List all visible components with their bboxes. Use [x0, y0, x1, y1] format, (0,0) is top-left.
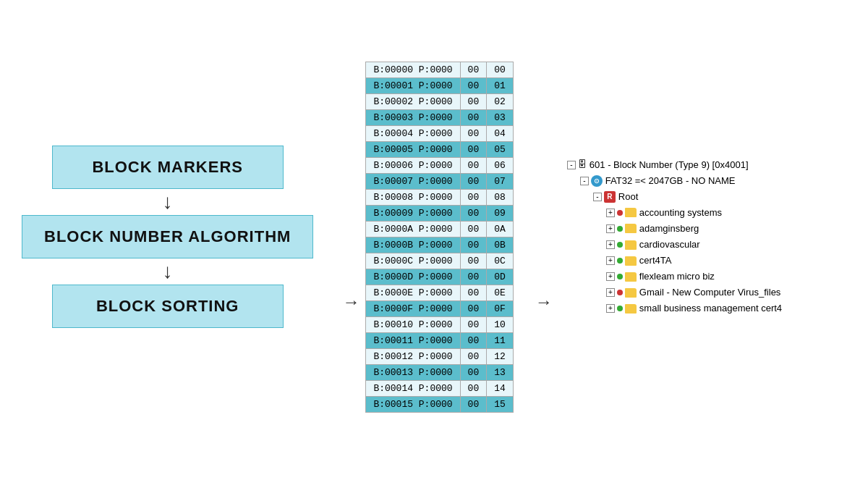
tree-folder-item: +cert4TA [606, 253, 782, 269]
cell-v2: 0B [487, 237, 514, 253]
folder-label: flexleam micro biz [639, 269, 715, 285]
folder-label: cert4TA [639, 253, 672, 269]
folder-label: small business management cert4 [639, 300, 782, 316]
cell-addr: B:00003 P:0000 [366, 109, 460, 125]
tree-folder-item: +flexleam micro biz [606, 269, 782, 285]
cell-v2: 12 [487, 348, 514, 364]
cell-v1: 00 [460, 62, 487, 77]
cell-v2: 0F [487, 300, 514, 316]
cell-addr: B:00008 P:0000 [366, 189, 460, 205]
dot-green [617, 274, 623, 279]
cell-addr: B:0000C P:0000 [366, 253, 460, 269]
tree-expander-disk[interactable]: - [580, 177, 589, 185]
cell-v2: 03 [487, 109, 514, 125]
table-row: B:00013 P:00000013 [366, 364, 513, 380]
cell-addr: B:00007 P:0000 [366, 173, 460, 189]
cell-v2: 09 [487, 205, 514, 221]
folder-icon [625, 224, 637, 233]
cell-v1: 00 [460, 141, 487, 157]
tree-disk-label: FAT32 =< 2047GB - NO NAME [605, 173, 736, 189]
cell-addr: B:00005 P:0000 [366, 141, 460, 157]
tree-folder-item: +small business management cert4 [606, 300, 782, 316]
tree-section: - 🗄 601 - Block Number (Type 9) [0x4001]… [567, 157, 782, 317]
cell-v2: 15 [487, 396, 514, 412]
cell-v1: 00 [460, 380, 487, 396]
table-row: B:00001 P:00000001 [366, 77, 513, 93]
folder-icon [625, 240, 637, 250]
tree-expander-top[interactable]: - [567, 161, 576, 169]
dot-red [617, 210, 623, 216]
table-row: B:00010 P:00000010 [366, 316, 513, 332]
tree-title: 601 - Block Number (Type 9) [0x4001] [590, 157, 749, 173]
cell-v2: 02 [487, 93, 514, 109]
flow-box-3: BLOCK SORTING [52, 285, 284, 328]
cell-addr: B:00011 P:0000 [366, 332, 460, 348]
flow-arrow-2: ↓ [163, 261, 173, 282]
cell-v2: 0D [487, 269, 514, 285]
cell-v1: 00 [460, 300, 487, 316]
block-table-section: B:00000 P:00000000B:00001 P:00000001B:00… [365, 62, 513, 413]
folder-icon [625, 272, 637, 282]
cell-addr: B:0000D P:0000 [366, 269, 460, 285]
cell-v1: 00 [460, 332, 487, 348]
dot-green [617, 306, 623, 311]
cell-addr: B:00001 P:0000 [366, 77, 460, 93]
flow-box-2: BLOCK NUMBER ALGORITHM [22, 215, 313, 258]
cell-v1: 00 [460, 348, 487, 364]
tree-expander-folder[interactable]: + [606, 256, 615, 265]
folder-label: adamginsberg [639, 221, 699, 237]
cell-addr: B:0000B P:0000 [366, 237, 460, 253]
folder-label: Gmail - New Computer Virus_files [639, 285, 781, 300]
folder-label: cardiovascular [639, 237, 700, 253]
cell-v1: 00 [460, 253, 487, 269]
cell-v1: 00 [460, 157, 487, 173]
tree-folder-item: +Gmail - New Computer Virus_files [606, 285, 782, 300]
folder-icon [625, 288, 637, 298]
flowchart: BLOCK MARKERS ↓ BLOCK NUMBER ALGORITHM ↓… [22, 146, 313, 328]
cell-v2: 0C [487, 253, 514, 269]
tree-expander-root[interactable]: - [593, 193, 602, 201]
cell-v2: 00 [487, 62, 514, 77]
tree-expander-folder[interactable]: + [606, 304, 615, 313]
table-row: B:00006 P:00000006 [366, 157, 513, 173]
cell-v1: 00 [460, 285, 487, 300]
table-row: B:00005 P:00000005 [366, 141, 513, 157]
tree-expander-folder[interactable]: + [606, 272, 615, 281]
cell-v2: 05 [487, 141, 514, 157]
cell-addr: B:0000A P:0000 [366, 221, 460, 237]
cell-addr: B:00015 P:0000 [366, 396, 460, 412]
table-row: B:0000D P:0000000D [366, 269, 513, 285]
folder-icon [625, 304, 637, 314]
tree-expander-folder[interactable]: + [606, 288, 615, 297]
cell-v2: 08 [487, 189, 514, 205]
cell-v1: 00 [460, 316, 487, 332]
tree-expander-folder[interactable]: + [606, 240, 615, 249]
table-row: B:00009 P:00000009 [366, 205, 513, 221]
block-table: B:00000 P:00000000B:00001 P:00000001B:00… [365, 62, 513, 413]
table-row: B:0000A P:0000000A [366, 221, 513, 237]
cell-addr: B:00014 P:0000 [366, 380, 460, 396]
tree-expander-folder[interactable]: + [606, 209, 615, 217]
cell-addr: B:00009 P:0000 [366, 205, 460, 221]
flow-arrow-1: ↓ [163, 192, 173, 212]
cell-v2: 13 [487, 364, 514, 380]
table-row: B:0000B P:0000000B [366, 237, 513, 253]
dot-green [617, 242, 623, 248]
cell-addr: B:00000 P:0000 [366, 62, 460, 77]
cell-addr: B:00012 P:0000 [366, 348, 460, 364]
main-container: BLOCK MARKERS ↓ BLOCK NUMBER ALGORITHM ↓… [0, 0, 868, 488]
cell-v2: 01 [487, 77, 514, 93]
cell-addr: B:0000F P:0000 [366, 300, 460, 316]
tree-expander-folder[interactable]: + [606, 224, 615, 233]
cell-addr: B:0000E P:0000 [366, 285, 460, 300]
folder-label: accounting systems [639, 205, 722, 221]
cell-v2: 14 [487, 380, 514, 396]
cell-v1: 00 [460, 237, 487, 253]
tree-folders: +accounting systems+adamginsberg+cardiov… [567, 205, 782, 317]
cell-v2: 10 [487, 316, 514, 332]
table-row: B:0000F P:0000000F [366, 300, 513, 316]
cell-v2: 0A [487, 221, 514, 237]
cell-addr: B:00013 P:0000 [366, 364, 460, 380]
cell-v1: 00 [460, 364, 487, 380]
cell-addr: B:00006 P:0000 [366, 157, 460, 173]
